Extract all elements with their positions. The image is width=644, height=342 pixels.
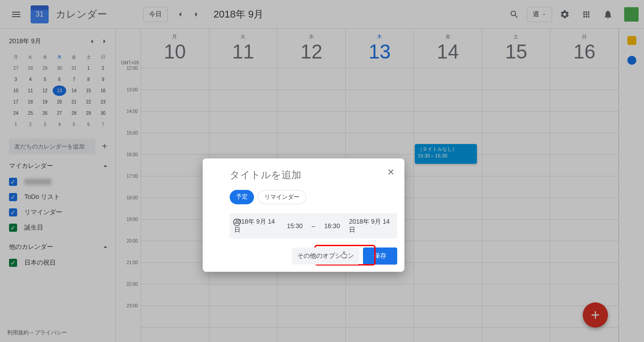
day-header[interactable]: 月10 (141, 29, 209, 68)
hour-cell[interactable] (482, 198, 550, 220)
hour-cell[interactable] (414, 306, 482, 328)
tasks-icon[interactable] (627, 56, 636, 65)
hour-cell[interactable] (482, 306, 550, 328)
add-friend-input[interactable] (9, 139, 95, 154)
hour-cell[interactable] (141, 284, 209, 306)
hour-cell[interactable] (550, 328, 618, 342)
mini-cal-day[interactable]: 15 (82, 86, 95, 96)
mini-calendar[interactable]: 月火水木金土日272829303112345678910111213141516… (9, 52, 110, 130)
mini-cal-day[interactable]: 6 (53, 74, 66, 85)
mini-cal-day[interactable]: 16 (96, 86, 110, 96)
mini-cal-day[interactable]: 18 (23, 97, 37, 107)
mini-cal-day[interactable]: 27 (9, 63, 23, 73)
hour-cell[interactable] (277, 306, 345, 328)
chip-event[interactable]: 予定 (230, 190, 254, 204)
mini-cal-day[interactable]: 19 (38, 97, 52, 107)
privacy-link[interactable]: プライバシー (35, 329, 67, 336)
hour-cell[interactable] (550, 241, 618, 263)
day-header[interactable]: 金14 (414, 29, 482, 68)
hour-cell[interactable] (346, 306, 414, 328)
event-block[interactable]: （タイトルなし） 15:30～16:30 (415, 144, 477, 164)
end-date[interactable]: 2018年 9月 14日 (349, 218, 393, 234)
hour-cell[interactable] (482, 90, 550, 112)
mini-cal-day[interactable]: 28 (67, 108, 81, 118)
hour-cell[interactable] (346, 68, 414, 90)
next-week-icon[interactable] (189, 7, 204, 22)
hour-cell[interactable] (482, 220, 550, 241)
hour-cell[interactable] (141, 241, 209, 263)
hour-cell[interactable] (141, 198, 209, 220)
mini-cal-day[interactable]: 8 (82, 74, 95, 85)
day-header[interactable]: 日16 (550, 29, 618, 68)
view-selector[interactable]: 週 (527, 7, 552, 22)
mini-cal-day[interactable]: 23 (96, 97, 110, 107)
hour-cell[interactable] (141, 263, 209, 284)
day-column[interactable]: 金14 (414, 29, 482, 342)
hour-cell[interactable] (550, 112, 618, 133)
hour-cell[interactable] (414, 328, 482, 342)
mini-cal-next-icon[interactable] (99, 36, 110, 47)
hour-cell[interactable] (550, 155, 618, 176)
notifications-icon[interactable] (599, 5, 617, 23)
day-column[interactable]: 土15 (482, 29, 551, 342)
hour-cell[interactable] (346, 328, 414, 342)
hour-cell[interactable] (277, 112, 345, 133)
day-column[interactable]: 日16 (550, 29, 619, 342)
end-time[interactable]: 16:30 (324, 222, 340, 230)
mini-cal-day[interactable]: 4 (53, 119, 66, 130)
mini-cal-day[interactable]: 5 (67, 119, 81, 130)
hour-cell[interactable] (482, 112, 550, 133)
search-icon[interactable] (505, 5, 523, 23)
hour-cell[interactable] (209, 133, 277, 155)
hour-cell[interactable] (550, 198, 618, 220)
hour-cell[interactable] (550, 90, 618, 112)
hour-cell[interactable] (414, 90, 482, 112)
event-title-input[interactable] (230, 166, 385, 184)
hour-cell[interactable] (550, 263, 618, 284)
calendar-item[interactable]: ✓日本の祝日 (9, 255, 110, 270)
mini-cal-day[interactable]: 1 (82, 63, 95, 73)
hour-cell[interactable] (141, 176, 209, 198)
calendar-item[interactable]: ✓誕生日 (9, 220, 110, 235)
hour-cell[interactable] (414, 220, 482, 241)
mini-cal-day[interactable]: 29 (38, 63, 52, 73)
mini-cal-day[interactable]: 29 (82, 108, 95, 118)
mini-cal-day[interactable]: 10 (9, 86, 23, 96)
mini-cal-day[interactable]: 2 (23, 119, 37, 130)
mini-cal-day[interactable]: 11 (23, 86, 37, 96)
mini-cal-day[interactable]: 3 (38, 119, 52, 130)
hour-cell[interactable] (346, 90, 414, 112)
user-avatar[interactable] (624, 7, 639, 22)
today-button[interactable]: 今日 (143, 7, 168, 22)
mini-cal-day[interactable]: 20 (53, 97, 66, 107)
mini-cal-day[interactable]: 27 (53, 108, 66, 118)
mini-cal-day[interactable]: 9 (96, 74, 110, 85)
mini-cal-day[interactable]: 1 (9, 119, 23, 130)
calendar-checkbox[interactable]: ✓ (9, 259, 17, 267)
hour-cell[interactable] (209, 68, 277, 90)
hour-cell[interactable] (277, 90, 345, 112)
mini-cal-day[interactable]: 14 (67, 86, 81, 96)
mini-cal-day[interactable]: 26 (38, 108, 52, 118)
hour-cell[interactable] (414, 176, 482, 198)
day-header[interactable]: 土15 (482, 29, 550, 68)
hour-cell[interactable] (141, 90, 209, 112)
calendar-item[interactable]: ✓リマインダー (9, 205, 110, 220)
day-header[interactable]: 水12 (277, 29, 345, 68)
mini-cal-day[interactable]: 24 (9, 108, 23, 118)
calendar-item[interactable]: ✓ToDo リスト (9, 189, 110, 205)
hour-cell[interactable] (482, 328, 550, 342)
hour-cell[interactable] (482, 133, 550, 155)
mini-cal-day[interactable]: 7 (96, 119, 110, 130)
create-event-fab[interactable] (583, 302, 608, 328)
hour-cell[interactable] (209, 306, 277, 328)
hour-cell[interactable] (482, 284, 550, 306)
hour-cell[interactable] (141, 68, 209, 90)
dialog-close-icon[interactable] (383, 164, 399, 180)
hour-cell[interactable] (141, 220, 209, 241)
calendar-checkbox[interactable]: ✓ (9, 193, 17, 201)
hour-cell[interactable] (141, 328, 209, 342)
hour-cell[interactable] (482, 68, 550, 90)
mini-cal-day[interactable]: 30 (96, 108, 110, 118)
mini-cal-day[interactable]: 31 (67, 63, 81, 73)
